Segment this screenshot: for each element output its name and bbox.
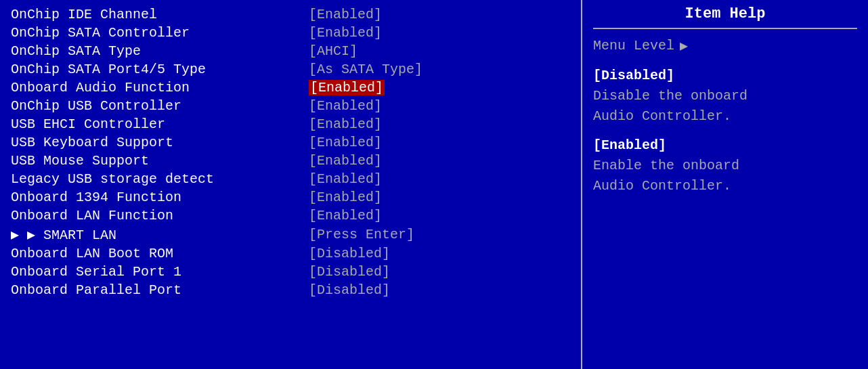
help-disabled-section: [Disabled] Disable the onboard Audio Con… [593,68,857,127]
table-row[interactable]: OnChip USB Controller[Enabled] [11,97,570,115]
table-row[interactable]: Onboard 1394 Function[Enabled] [11,188,570,207]
row-value: [Enabled] [309,153,382,169]
help-enabled-option: [Enabled] [593,137,857,153]
bios-screen: OnChip IDE Channel[Enabled]OnChip SATA C… [0,0,868,369]
row-label: USB Mouse Support [11,153,309,169]
table-row[interactable]: OnChip IDE Channel[Enabled] [11,5,570,24]
main-panel: OnChip IDE Channel[Enabled]OnChip SATA C… [0,0,582,369]
table-row[interactable]: USB Mouse Support[Enabled] [11,152,570,170]
row-label: Onboard LAN Function [11,208,309,223]
menu-level-arrow: ▶ [680,37,688,54]
help-disabled-option: [Disabled] [593,68,857,83]
row-value: [Enabled] [309,190,382,205]
row-label: Onboard Serial Port 1 [11,264,309,280]
row-value: [Disabled] [309,246,390,261]
row-value: [Disabled] [309,282,390,298]
row-value: [AHCI] [309,43,357,59]
table-row[interactable]: Legacy USB storage detect[Enabled] [11,170,570,188]
row-label: Onboard Parallel Port [11,282,309,298]
table-row[interactable]: Onboard LAN Boot ROM[Disabled] [11,244,570,263]
row-label: Legacy USB storage detect [11,171,309,187]
table-row[interactable]: USB EHCI Controller[Enabled] [11,115,570,133]
item-help-title: Item Help [593,5,857,29]
help-enabled-line2: Audio Controller. [593,176,857,196]
right-panel: Item Help Menu Level ▶ [Disabled] Disabl… [582,0,868,369]
table-row[interactable]: ▶ SMART LAN[Press Enter] [11,225,570,244]
row-label: OnChip SATA Type [11,43,309,59]
row-value: [Press Enter] [309,227,414,242]
table-row[interactable]: Onboard Serial Port 1[Disabled] [11,263,570,281]
row-value: [Enabled] [309,208,382,223]
table-row[interactable]: USB Keyboard Support[Enabled] [11,133,570,152]
help-disabled-line1: Disable the onboard [593,86,857,106]
row-value: [Enabled] [309,98,382,114]
row-label: Onboard 1394 Function [11,190,309,205]
row-label: OnChip USB Controller [11,98,309,114]
menu-level-label: Menu Level [593,38,674,53]
row-label: Onboard Audio Function [11,80,309,95]
table-row[interactable]: OnChip SATA Controller[Enabled] [11,24,570,42]
row-label: ▶ SMART LAN [11,226,309,243]
table-row[interactable]: OnChip SATA Type[AHCI] [11,42,570,60]
help-enabled-line1: Enable the onboard [593,156,857,176]
table-row[interactable]: Onboard Parallel Port[Disabled] [11,281,570,299]
row-label: Onboard LAN Boot ROM [11,246,309,261]
table-row[interactable]: Onboard LAN Function[Enabled] [11,207,570,225]
row-value: [Enabled] [309,25,382,41]
row-label: OnChip IDE Channel [11,7,309,22]
help-disabled-line2: Audio Controller. [593,106,857,127]
row-value: [Enabled] [309,80,385,95]
row-value: [Disabled] [309,264,390,280]
table-row[interactable]: OnChip SATA Port4/5 Type[As SATA Type] [11,60,570,79]
help-enabled-section: [Enabled] Enable the onboard Audio Contr… [593,137,857,196]
row-value: [Enabled] [309,135,382,150]
row-value: [Enabled] [309,171,382,187]
menu-level-row: Menu Level ▶ [593,37,857,54]
table-row[interactable]: Onboard Audio Function[Enabled] [11,79,570,97]
row-value: [Enabled] [309,7,382,22]
row-label: OnChip SATA Controller [11,25,309,41]
row-value: [Enabled] [309,116,382,132]
row-label: USB Keyboard Support [11,135,309,150]
row-label: USB EHCI Controller [11,116,309,132]
row-value: [As SATA Type] [309,62,422,77]
row-label: OnChip SATA Port4/5 Type [11,62,309,77]
